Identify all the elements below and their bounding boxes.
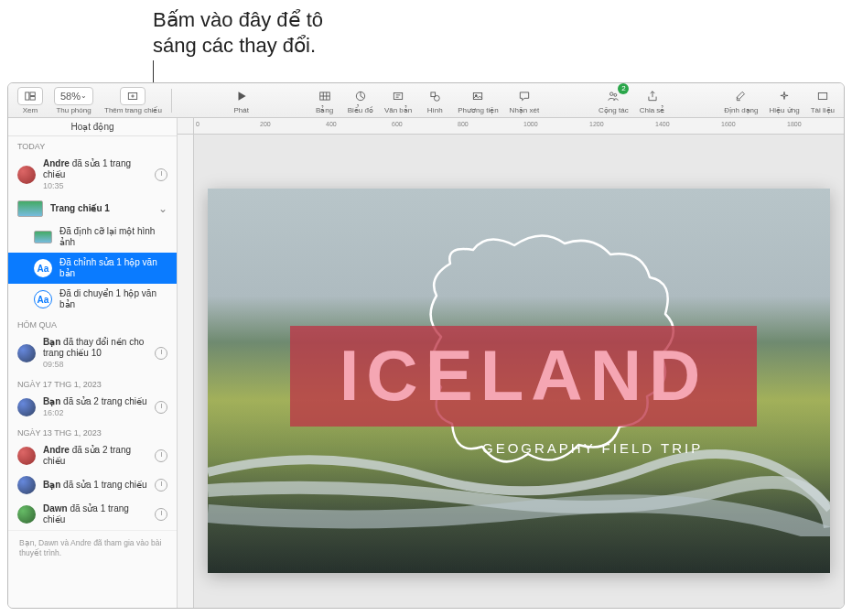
table-button[interactable] — [313, 87, 337, 105]
slide-subtitle[interactable]: GEOGRAPHY FIELD TRIP — [482, 440, 703, 456]
zoom-label: Thu phóng — [56, 106, 91, 114]
activity-subitem-selected[interactable]: Aa Đã chỉnh sửa 1 hộp văn bản — [8, 253, 177, 284]
clock-icon — [155, 508, 167, 521]
ruler-horizontal: 0 200 400 600 800 1000 1200 1400 1600 18… — [194, 118, 844, 135]
svg-rect-1 — [30, 92, 35, 95]
svg-rect-2 — [30, 96, 35, 100]
play-button[interactable] — [230, 87, 253, 105]
svg-rect-12 — [394, 92, 402, 99]
activity-subitem[interactable]: Aa Đã di chuyển 1 hộp văn bản — [8, 284, 177, 315]
share-label: Chia sẻ — [640, 106, 665, 114]
avatar-icon — [17, 166, 36, 184]
effects-label: Hiệu ứng — [770, 106, 800, 114]
share-button[interactable] — [641, 87, 664, 105]
shape-label: Hình — [427, 106, 443, 114]
comment-label: Nhận xét — [510, 106, 540, 114]
effects-button[interactable] — [772, 87, 796, 105]
activity-item[interactable]: Bạn đã sửa 1 trang chiếu — [8, 471, 177, 499]
zoom-select[interactable]: 58% ⌄ — [54, 87, 93, 105]
section-yesterday: Hôm qua — [8, 315, 177, 332]
activity-item[interactable]: Dawn đã sửa 1 trang chiếu — [8, 499, 177, 530]
svg-rect-17 — [474, 92, 482, 99]
add-slide-label: Thêm trang chiếu — [104, 106, 162, 114]
play-label: Phát — [234, 106, 249, 114]
slide[interactable]: ICELAND GEOGRAPHY FIELD TRIP — [208, 189, 830, 573]
document-button[interactable] — [811, 87, 835, 105]
svg-rect-15 — [431, 92, 436, 96]
svg-marker-6 — [238, 92, 245, 100]
clock-icon — [155, 168, 167, 181]
section-jan13: ngày 13 Thg 1, 2023 — [8, 423, 177, 440]
text-aa-icon: Aa — [34, 259, 52, 277]
text-label: Văn bản — [384, 106, 412, 114]
view-button[interactable] — [17, 87, 43, 105]
avatar-icon — [17, 447, 36, 465]
collab-label: Cộng tác — [599, 106, 629, 114]
slide-title: ICELAND — [340, 334, 708, 417]
slide-thumbnail-icon — [17, 200, 43, 217]
activity-slide-group[interactable]: Trang chiếu 1 ⌄ — [8, 196, 177, 222]
media-label: Phương tiện — [458, 106, 498, 114]
activity-item[interactable]: Andre đã sửa 1 trang chiếu 10:35 — [8, 154, 177, 196]
activity-item[interactable]: Bạn đã thay đổi nền cho trang chiếu 10 0… — [8, 332, 177, 374]
ruler-corner — [178, 118, 194, 135]
format-button[interactable] — [729, 87, 753, 105]
clock-icon — [155, 449, 167, 462]
document-label: Tài liệu — [811, 106, 835, 114]
clock-icon — [155, 401, 167, 414]
svg-point-20 — [614, 93, 617, 96]
sidebar-footnote: Bạn, Dawn và Andre đã tham gia vào bài t… — [8, 530, 177, 566]
add-slide-button[interactable] — [120, 87, 146, 105]
image-icon — [34, 231, 52, 243]
slide-title-box[interactable]: ICELAND — [290, 326, 757, 427]
activity-list[interactable]: TODAY Andre đã sửa 1 trang chiếu 10:35 T… — [8, 136, 177, 608]
avatar-icon — [17, 476, 36, 494]
activity-subitem[interactable]: Đã định cỡ lại một hình ảnh — [8, 222, 177, 253]
table-label: Bảng — [316, 106, 333, 114]
svg-rect-21 — [818, 92, 826, 99]
comment-button[interactable] — [512, 87, 536, 105]
media-button[interactable] — [466, 87, 490, 105]
svg-point-16 — [435, 95, 440, 101]
sidebar-title: Hoạt động — [8, 118, 177, 136]
avatar-icon — [17, 344, 36, 362]
activity-item[interactable]: Andre đã sửa 2 trang chiếu — [8, 440, 177, 471]
shape-button[interactable] — [423, 87, 447, 105]
svg-point-19 — [610, 92, 614, 95]
activity-item[interactable]: Bạn đã sửa 2 trang chiếu 16:02 — [8, 392, 177, 423]
avatar-icon — [17, 505, 36, 524]
text-aa-icon: Aa — [34, 290, 52, 308]
clock-icon — [155, 479, 167, 492]
text-button[interactable] — [386, 87, 410, 105]
chevron-down-icon: ⌄ — [158, 202, 167, 215]
slide-canvas[interactable]: 0 200 400 600 800 1000 1200 1400 1600 18… — [178, 118, 844, 608]
toolbar: Xem 58% ⌄ Thu phóng Thêm trang chiếu Phá… — [8, 83, 844, 118]
chart-button[interactable] — [349, 87, 372, 105]
main-area: Hoạt động TODAY Andre đã sửa 1 trang chi… — [8, 118, 844, 608]
format-label: Định dạng — [724, 106, 758, 114]
avatar-icon — [17, 398, 36, 416]
clock-icon — [155, 347, 167, 360]
section-jan17: ngày 17 Thg 1, 2023 — [8, 374, 177, 392]
app-window: Xem 58% ⌄ Thu phóng Thêm trang chiếu Phá… — [7, 82, 845, 609]
callout-text: Bấm vào đây để tô sáng các thay đổi. — [153, 7, 323, 59]
chart-label: Biểu đồ — [348, 106, 373, 114]
collab-button[interactable] — [601, 87, 625, 105]
ruler-vertical — [178, 135, 194, 608]
svg-rect-0 — [26, 92, 29, 99]
view-label: Xem — [23, 106, 38, 114]
section-today: TODAY — [8, 136, 177, 154]
activity-sidebar: Hoạt động TODAY Andre đã sửa 1 trang chi… — [8, 118, 178, 608]
